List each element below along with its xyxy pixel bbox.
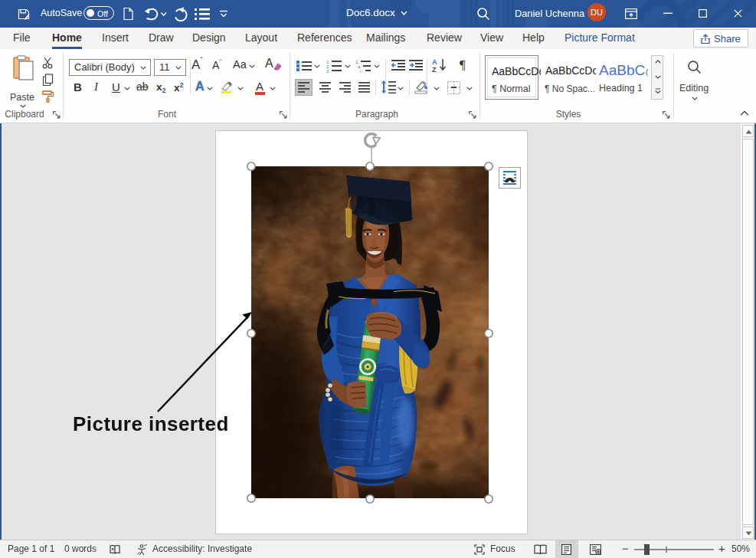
svg-text:i: i bbox=[360, 69, 361, 73]
svg-text:3: 3 bbox=[326, 69, 329, 73]
svg-text:Z: Z bbox=[432, 66, 437, 73]
svg-text:A: A bbox=[432, 58, 437, 66]
